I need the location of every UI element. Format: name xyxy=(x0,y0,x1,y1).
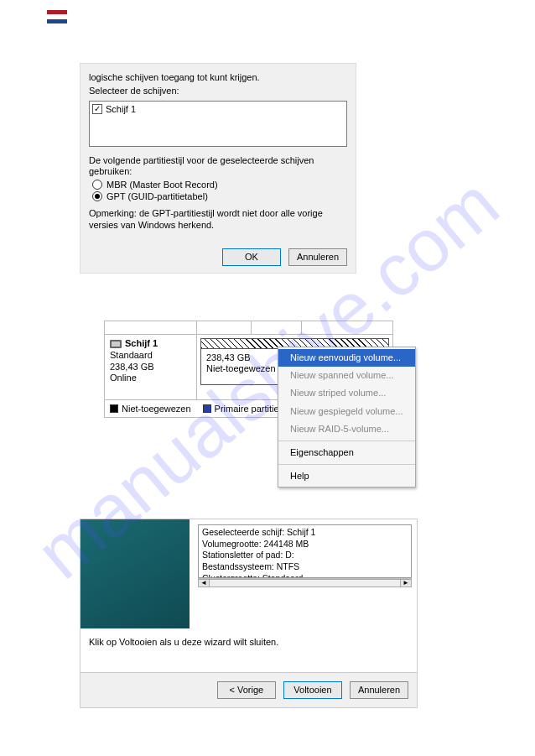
wizard-summary-area: Geselecteerde schijf: Schijf 1 Volumegro… xyxy=(190,519,417,628)
menu-new-spanned-volume[interactable]: Nieuw spanned volume... xyxy=(278,367,415,384)
menu-new-raid5-volume[interactable]: Nieuw RAID-5-volume... xyxy=(278,420,415,438)
radio-mbr-label: MBR (Master Boot Record) xyxy=(106,180,218,190)
gpt-note-text: Opmerking: de GPT-partitiestijl wordt ni… xyxy=(89,208,347,232)
dialog-button-row: OK Annuleren xyxy=(81,242,356,273)
menu-new-mirrored-volume[interactable]: Nieuw gespiegeld volume... xyxy=(278,403,415,420)
summary-line: Volumegrootte: 244148 MB xyxy=(202,539,408,550)
ok-button[interactable]: OK xyxy=(222,248,281,266)
disk-icon xyxy=(110,340,122,348)
wizard-instruction-area: Klik op Voltooien als u deze wizard wilt… xyxy=(81,628,417,672)
disk-status-label: Online xyxy=(110,373,191,384)
disk-title: Schijf 1 xyxy=(125,338,158,350)
volume-context-menu: Nieuw eenvoudig volume... Nieuw spanned … xyxy=(278,347,416,487)
summary-line: Stationsletter of pad: D: xyxy=(202,550,408,561)
summary-scrollbar[interactable]: ◄ ► xyxy=(198,578,412,587)
menu-separator xyxy=(278,441,415,441)
wizard-summary-list[interactable]: Geselecteerde schijf: Schijf 1 Volumegro… xyxy=(198,524,412,578)
disk-item-label: Schijf 1 xyxy=(106,104,136,114)
scroll-track[interactable] xyxy=(210,579,400,587)
disk-item-row[interactable]: ✓ Schijf 1 xyxy=(92,104,344,114)
radio-gpt-label: GPT (GUID-partitietabel) xyxy=(106,191,208,201)
wizard-instruction-text: Klik op Voltooien als u deze wizard wilt… xyxy=(89,637,278,647)
radio-checked-icon[interactable] xyxy=(92,191,102,201)
menu-separator xyxy=(278,464,415,465)
menu-new-simple-volume[interactable]: Nieuw eenvoudig volume... xyxy=(278,349,415,367)
disk-info-cell[interactable]: Schijf 1 Standaard 238,43 GB Online xyxy=(105,335,197,399)
summary-line: Geselecteerde schijf: Schijf 1 xyxy=(202,527,408,539)
dialog-intro-text: logische schijven toegang tot kunt krijg… xyxy=(89,72,347,84)
flag-stripe-blue xyxy=(47,19,67,23)
scroll-left-icon[interactable]: ◄ xyxy=(198,579,210,587)
wizard-art-panel xyxy=(81,519,190,628)
partition-style-label: De volgende partitiestijl voor de gesele… xyxy=(89,155,347,179)
finish-button[interactable]: Voltooien xyxy=(283,681,342,699)
legend-primary-label: Primaire partitie xyxy=(215,404,279,414)
menu-properties[interactable]: Eigenschappen xyxy=(278,444,415,461)
checkbox-checked-icon[interactable]: ✓ xyxy=(92,104,102,114)
wizard-cancel-button[interactable]: Annuleren xyxy=(350,681,408,699)
initialize-disk-dialog: logische schijven toegang tot kunt krijg… xyxy=(80,63,356,274)
scroll-right-icon[interactable]: ► xyxy=(400,579,412,587)
disk-type-label: Standaard xyxy=(110,350,191,362)
legend-swatch-primary-icon xyxy=(203,404,211,413)
disk-listbox[interactable]: ✓ Schijf 1 xyxy=(89,101,347,147)
cancel-button[interactable]: Annuleren xyxy=(288,248,347,266)
disk-management-header xyxy=(105,321,392,335)
radio-gpt[interactable]: GPT (GUID-partitietabel) xyxy=(92,191,347,201)
back-button[interactable]: < Vorige xyxy=(217,681,276,699)
wizard-button-row: < Vorige Voltooien Annuleren xyxy=(81,672,417,707)
disk-size-label: 238,43 GB xyxy=(110,362,191,373)
new-volume-wizard: Geselecteerde schijf: Schijf 1 Volumegro… xyxy=(80,519,418,708)
nl-flag-icon xyxy=(47,10,67,23)
summary-line: Clustergrootte: Standaard xyxy=(202,573,408,578)
radio-mbr[interactable]: MBR (Master Boot Record) xyxy=(92,180,347,190)
menu-new-striped-volume[interactable]: Nieuw striped volume... xyxy=(278,384,415,402)
select-disks-label: Selecteer de schijven: xyxy=(89,86,347,97)
summary-line: Bestandssysteem: NTFS xyxy=(202,561,408,573)
menu-help[interactable]: Help xyxy=(278,467,415,485)
radio-unchecked-icon[interactable] xyxy=(92,180,102,190)
legend-unallocated-label: Niet-toegewezen xyxy=(122,404,191,414)
legend-swatch-unallocated-icon xyxy=(110,404,118,413)
